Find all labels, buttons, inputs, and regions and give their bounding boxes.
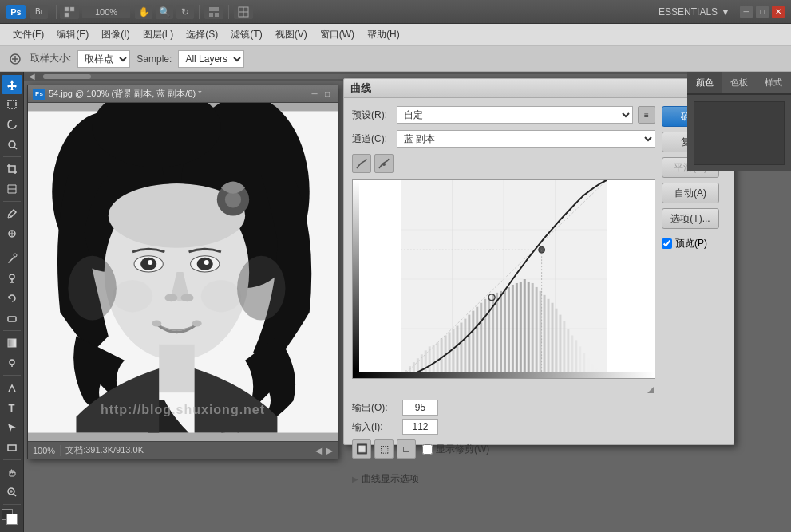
sample-value-select[interactable]: All Layers	[178, 50, 244, 68]
doc-min-button[interactable]: ─	[309, 89, 320, 100]
hand-tool[interactable]	[2, 463, 22, 482]
shape-tool[interactable]	[2, 438, 22, 457]
arrange-button[interactable]	[60, 5, 79, 19]
slice-tool[interactable]	[2, 179, 22, 199]
menu-select[interactable]: 选择(S)	[180, 25, 224, 45]
view-button[interactable]	[234, 5, 253, 19]
channel-select[interactable]: 蓝 副本	[397, 130, 655, 148]
background-color[interactable]	[6, 514, 18, 525]
preview-checkbox[interactable]	[662, 238, 672, 249]
hand-tool-button[interactable]: ✋	[135, 5, 152, 19]
brush-tool[interactable]	[2, 249, 22, 268]
tool-separator-2	[3, 201, 21, 202]
curve-draw-btn[interactable]	[352, 154, 371, 173]
doc-scroll-right[interactable]: ▶	[326, 445, 333, 456]
auto-button[interactable]: 自动(A)	[662, 183, 719, 203]
zoom-tool-left[interactable]	[2, 483, 22, 502]
quick-select-tool[interactable]	[2, 135, 22, 154]
svg-rect-91	[500, 291, 502, 374]
styles-tab[interactable]: 样式	[757, 72, 791, 94]
curves-left-panel: 预设(R): 自定 ≡ 通道(C): 蓝 副本	[352, 106, 655, 459]
svg-rect-80	[456, 326, 458, 375]
doc-scroll-left[interactable]: ◀	[315, 445, 322, 456]
eyedropper-tool[interactable]	[2, 204, 22, 223]
output-label: 输出(O):	[352, 401, 396, 415]
menu-window[interactable]: 窗口(W)	[314, 25, 361, 45]
doc-max-button[interactable]: □	[322, 89, 333, 100]
curves-expand-row[interactable]: ▶ 曲线显示选项	[344, 467, 734, 491]
scroll-left-btn[interactable]: ◀	[24, 72, 40, 81]
svg-line-31	[14, 494, 16, 496]
curves-graph[interactable]	[352, 179, 655, 379]
eyedropper-options-icon[interactable]	[6, 50, 24, 68]
gradient-tool[interactable]	[2, 333, 22, 353]
sample-size-select[interactable]: 取样点	[77, 50, 130, 68]
menu-help[interactable]: 帮助(H)	[361, 25, 406, 45]
path-select-tool[interactable]	[2, 418, 22, 437]
svg-rect-53	[159, 345, 194, 392]
move-tool[interactable]	[2, 75, 22, 94]
eyedropper-mid-btn[interactable]: ⬚	[374, 439, 394, 459]
minimize-button[interactable]: ─	[740, 6, 753, 18]
swatches-tab[interactable]: 色板	[722, 72, 756, 94]
show-clipping-checkbox[interactable]	[422, 444, 433, 455]
svg-rect-111	[579, 346, 581, 374]
close-button[interactable]: ✕	[772, 6, 785, 18]
eyedropper-highlight-btn[interactable]: □	[397, 439, 416, 459]
color-tab[interactable]: 颜色	[687, 72, 722, 94]
eyedropper-shadow-btn[interactable]: 🔲	[352, 439, 371, 459]
history-tool[interactable]	[2, 289, 22, 308]
bottom-gradient-bar	[353, 372, 655, 378]
maximize-button[interactable]: □	[756, 6, 769, 18]
svg-point-47	[164, 294, 177, 301]
pen-tool[interactable]	[2, 378, 22, 397]
curves-dialog: 曲线 ✕ 预设(R): 自定 ≡ 通道(C):	[343, 78, 734, 445]
preset-options-btn[interactable]: ≡	[638, 106, 655, 124]
preset-label: 预设(R):	[352, 108, 392, 122]
curve-point-btn[interactable]	[374, 154, 394, 173]
divider3	[228, 5, 229, 19]
menu-image[interactable]: 图像(I)	[95, 25, 136, 45]
svg-marker-28	[8, 424, 16, 432]
menu-view[interactable]: 视图(V)	[269, 25, 314, 45]
heal-tool[interactable]	[2, 224, 22, 243]
show-clipping-label: 显示修剪(W)	[436, 443, 489, 456]
sample-label: Sample:	[136, 53, 172, 65]
output-row: 输出(O): 95	[352, 400, 655, 416]
svg-rect-99	[532, 283, 534, 374]
menu-file[interactable]: 文件(F)	[6, 25, 50, 45]
tool-separator-5	[3, 375, 21, 376]
menu-edit[interactable]: 编辑(E)	[50, 25, 95, 45]
layout-button[interactable]	[204, 5, 223, 19]
eraser-tool[interactable]	[2, 309, 22, 328]
essentials-label[interactable]: ESSENTIALS ▼	[659, 6, 730, 18]
type-tool[interactable]: T	[2, 398, 22, 417]
input-row: 输入(I): 112	[352, 419, 655, 435]
clone-tool[interactable]	[2, 269, 22, 288]
svg-rect-87	[484, 299, 486, 374]
channel-label: 通道(C):	[352, 132, 392, 146]
doc-zoom: 100%	[33, 446, 55, 455]
svg-rect-75	[437, 342, 439, 374]
menu-layer[interactable]: 图层(L)	[136, 25, 180, 45]
preset-select[interactable]: 自定	[397, 106, 633, 124]
svg-point-56	[68, 256, 116, 321]
doc-info: 文档:391.3K/913.0K	[65, 444, 144, 456]
marquee-tool[interactable]	[2, 95, 22, 114]
preset-row: 预设(R): 自定 ≡	[352, 106, 655, 124]
menu-filter[interactable]: 滤镜(T)	[224, 25, 268, 45]
options-button[interactable]: 选项(T)...	[662, 208, 719, 229]
svg-rect-105	[555, 309, 557, 374]
document-title-bar: Ps 54.jpg @ 100% (背景 副本, 蓝 副本/8) * ─ □	[28, 85, 338, 103]
svg-rect-103	[548, 299, 550, 374]
output-value[interactable]: 95	[402, 400, 438, 416]
bridge-button[interactable]: Br	[30, 5, 48, 19]
zoom-tool-button[interactable]: 🔍	[156, 5, 173, 19]
svg-rect-88	[488, 298, 490, 374]
rotate-tool-button[interactable]: ↻	[176, 5, 194, 19]
svg-rect-29	[8, 445, 16, 451]
dodge-tool[interactable]	[2, 353, 22, 372]
input-value[interactable]: 112	[402, 419, 438, 435]
crop-tool[interactable]	[2, 160, 22, 179]
lasso-tool[interactable]	[2, 115, 22, 134]
